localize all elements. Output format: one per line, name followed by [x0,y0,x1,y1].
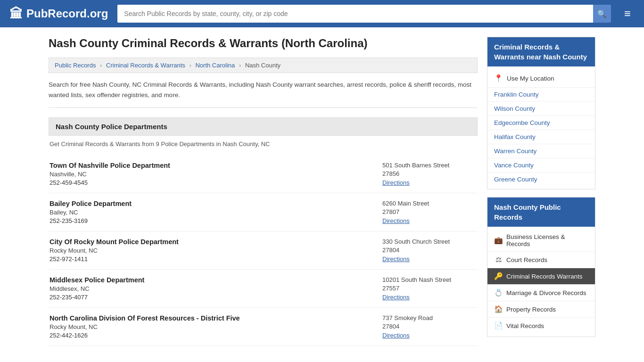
sidebar-record-label: Court Records [506,256,547,263]
dept-address: 501 South Barnes Street [382,162,477,169]
directions-link[interactable]: Directions [382,294,410,301]
hamburger-icon: ≡ [624,7,631,20]
file-icon: 📄 [494,321,503,330]
sidebar: Criminal Records & Warrants near Nash Co… [487,37,595,346]
dept-left: Town Of Nashville Police Department Nash… [50,162,170,186]
use-my-location[interactable]: 📍 Use My Location [487,69,595,88]
sidebar-public-record-item[interactable]: 💼 Business Licenses & Records [487,230,595,252]
dept-phone: 252-972-1411 [50,255,179,263]
sidebar-record-label: Vital Records [506,322,544,329]
section-header: Nash County Police Departments [49,117,478,136]
breadcrumb-sep-2: › [190,62,191,69]
dept-zip: 27804 [382,247,477,254]
sidebar-public-record-item[interactable]: 🔑 Criminal Records Warrants [487,268,595,285]
dept-phone: 252-235-4077 [50,294,144,301]
county-link[interactable]: Halifax County [487,130,595,144]
page-description: Search for free Nash County, NC Criminal… [49,80,478,108]
dept-zip: 27807 [382,208,477,215]
sidebar-record-label: Criminal Records Warrants [506,273,583,280]
dept-zip: 27856 [382,170,477,177]
department-item: Middlesex Police Department Middlesex, N… [49,270,478,308]
dept-right: 10201 South Nash Street 27557 Directions [382,276,477,301]
county-link[interactable]: Wilson County [487,102,595,116]
dept-city: Nashville, NC [50,171,170,178]
county-link[interactable]: Edgecombe County [487,116,595,130]
nearby-box: Criminal Records & Warrants near Nash Co… [487,37,595,189]
dept-right: 737 Smokey Road 27804 Directions [382,314,477,339]
search-button[interactable]: 🔍 [593,5,611,23]
dept-city: Rocky Mount, NC [50,323,240,330]
directions-link[interactable]: Directions [382,179,410,186]
dept-name: City Of Rocky Mount Police Department [50,238,179,246]
dept-zip: 27804 [382,323,477,330]
home-icon: 🏠 [494,305,503,313]
department-item: North Carolina Division Of Forest Resour… [49,308,478,346]
dept-name: Town Of Nashville Police Department [50,162,170,169]
dept-directions[interactable]: Directions [382,255,477,263]
sidebar-public-record-item[interactable]: ⚖ Court Records [487,252,595,268]
public-records-box-header: Nash County Public Records [487,197,595,227]
use-my-location-label: Use My Location [507,75,554,82]
dept-phone: 252-459-4545 [50,179,170,186]
dept-left: Bailey Police Department Bailey, NC 252-… [50,200,132,224]
search-icon: 🔍 [597,9,607,18]
county-link[interactable]: Greene County [487,173,595,186]
dept-address: 6260 Main Street [382,200,477,207]
breadcrumb-current: Nash County [245,62,281,69]
dept-city: Bailey, NC [50,209,132,216]
department-list: Town Of Nashville Police Department Nash… [49,155,478,346]
dept-address: 737 Smokey Road [382,314,477,321]
directions-link[interactable]: Directions [382,332,410,339]
search-input[interactable] [117,5,593,23]
sidebar-public-record-item[interactable]: 💍 Marriage & Divorce Records [487,285,595,301]
county-link[interactable]: Warren County [487,144,595,158]
directions-link[interactable]: Directions [382,217,410,224]
public-records-box-body: 💼 Business Licenses & Records ⚖ Court Re… [487,227,595,337]
breadcrumb-north-carolina[interactable]: North Carolina [195,62,235,69]
location-pin-icon: 📍 [494,74,503,82]
rings-icon: 💍 [494,288,503,297]
dept-directions[interactable]: Directions [382,293,477,301]
sidebar-record-label: Property Records [506,306,556,313]
county-links: Franklin CountyWilson CountyEdgecombe Co… [487,88,595,186]
dept-city: Middlesex, NC [50,285,144,292]
dept-right: 501 South Barnes Street 27856 Directions [382,162,477,186]
section-subtext: Get Criminal Records & Warrants from 9 P… [49,140,478,148]
breadcrumb-criminal-records[interactable]: Criminal Records & Warrants [106,62,185,69]
dept-phone: 252-442-1626 [50,332,240,339]
sidebar-record-label: Marriage & Divorce Records [506,289,586,296]
dept-name: Bailey Police Department [50,200,132,207]
scale-icon: ⚖ [494,255,503,264]
dept-left: Middlesex Police Department Middlesex, N… [50,276,144,301]
dept-right: 330 South Church Street 27804 Directions [382,238,477,263]
menu-button[interactable]: ≡ [620,5,635,22]
content-area: Nash County Criminal Records & Warrants … [49,37,478,346]
sidebar-public-record-item[interactable]: 🏠 Property Records [487,301,595,318]
directions-link[interactable]: Directions [382,255,410,263]
page-title: Nash County Criminal Records & Warrants … [49,37,478,50]
dept-left: North Carolina Division Of Forest Resour… [50,314,240,339]
department-item: City Of Rocky Mount Police Department Ro… [49,231,478,270]
county-link[interactable]: Vance County [487,158,595,173]
public-records-box: Nash County Public Records 💼 Business Li… [487,197,595,337]
dept-directions[interactable]: Directions [382,179,477,186]
dept-city: Rocky Mount, NC [50,247,179,254]
dept-address: 10201 South Nash Street [382,276,477,283]
logo-icon: 🏛 [9,6,23,22]
dept-left: City Of Rocky Mount Police Department Ro… [50,238,179,263]
search-bar: 🔍 [117,5,611,23]
dept-name: Middlesex Police Department [50,276,144,284]
dept-directions[interactable]: Directions [382,331,477,339]
sidebar-public-record-item[interactable]: 📄 Vital Records [487,318,595,334]
nearby-box-header: Criminal Records & Warrants near Nash Co… [487,37,595,66]
key-icon: 🔑 [494,272,503,280]
breadcrumb-public-records[interactable]: Public Records [55,62,96,69]
dept-name: North Carolina Division Of Forest Resour… [50,314,240,322]
department-item: Bailey Police Department Bailey, NC 252-… [49,193,478,231]
dept-directions[interactable]: Directions [382,217,477,224]
department-item: Town Of Nashville Police Department Nash… [49,155,478,193]
county-link[interactable]: Franklin County [487,88,595,102]
site-logo[interactable]: 🏛 PubRecord.org [9,6,108,22]
dept-phone: 252-235-3169 [50,217,132,224]
nearby-box-body: 📍 Use My Location Franklin CountyWilson … [487,66,595,189]
